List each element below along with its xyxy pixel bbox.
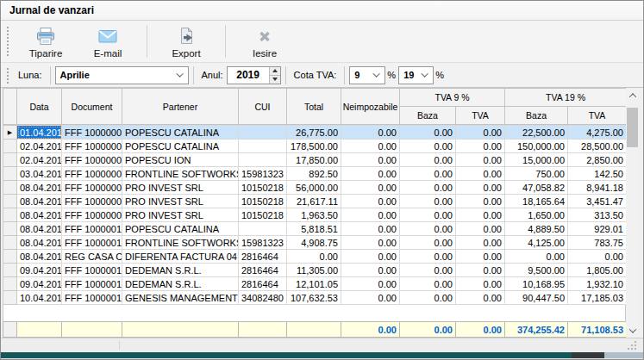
cell-baza19[interactable]: 0.00 [505,250,568,264]
cell-data[interactable]: 08.04.201 [17,195,62,208]
cell-document[interactable]: REG CASA CCI [62,250,122,264]
table-row[interactable]: 03.04.201FFF 10000003FRONTLINE SOFTWORKS… [3,167,627,181]
cell-tva19[interactable]: 313.50 [568,208,627,222]
cell-neimpozabile[interactable]: 0.00 [341,264,400,277]
table-row[interactable]: 08.04.201FFF 10000005PRO INVEST SRL10150… [3,181,627,195]
column-header-cui[interactable]: CUI [239,89,287,125]
cell-tva9[interactable]: 0.00 [456,236,505,250]
toolbar-grip[interactable] [5,25,9,58]
cell-tva9[interactable]: 0.00 [456,167,505,181]
cell-tva19[interactable]: 3,451.47 [568,195,627,208]
cell-tva9[interactable]: 0.00 [456,277,505,291]
cell-document[interactable]: FFF 10000002 [62,153,122,167]
cell-cui[interactable]: 15981323 [239,236,287,250]
scroll-up-button[interactable] [626,88,639,102]
cell-tva9[interactable]: 0.00 [456,291,505,305]
cell-tva19[interactable]: 1,805.00 [568,264,627,277]
column-header-data[interactable]: Data [17,89,62,125]
cell-baza9[interactable]: 0.00 [400,126,456,140]
cell-data[interactable]: 09.04.201 [17,277,62,291]
filterbar-grip[interactable] [5,66,9,84]
anul-spin-down-button[interactable] [270,75,280,84]
cell-baza19[interactable]: 15,000.00 [505,153,568,167]
table-row[interactable]: 02.04.201FFF 10000001POPESCU CATALINA178… [3,140,627,153]
cell-baza19[interactable]: 22,500.00 [505,126,568,140]
cell-total[interactable]: 11,305.00 [287,264,341,277]
cell-neimpozabile[interactable]: 0.00 [341,277,400,291]
cell-tva19[interactable]: 2,850.00 [568,153,627,167]
resize-grip[interactable] [627,340,636,350]
cell-tva19[interactable]: 929.01 [568,222,627,236]
column-header-total[interactable]: Total [287,89,341,125]
cell-data[interactable]: 09.04.201 [17,264,62,277]
cell-baza19[interactable]: 4,125.00 [505,236,568,250]
scroll-down-button[interactable] [626,323,639,338]
cell-neimpozabile[interactable]: 0.00 [341,208,400,222]
cell-tva9[interactable]: 0.00 [456,222,505,236]
cell-tva9[interactable]: 0.00 [456,126,505,140]
row-indicator[interactable] [3,140,17,153]
cell-baza9[interactable]: 0.00 [400,250,456,264]
cell-tva9[interactable]: 0.00 [456,195,505,208]
cell-data[interactable]: 10.04.201 [17,291,62,305]
row-indicator[interactable] [3,291,17,305]
cell-total[interactable]: 4,908.75 [287,236,341,250]
table-row[interactable]: ▶01.04.201FFF 10000000POPESCU CATALINA26… [3,126,627,140]
cell-data[interactable]: 02.04.201 [17,140,62,153]
cell-total[interactable]: 56,000.00 [287,181,341,195]
cell-document[interactable]: FFF 10000010 [62,222,122,236]
cell-document[interactable]: FFF 10000000 [62,126,122,140]
column-header-baza19[interactable]: Baza [505,107,568,125]
cell-cui[interactable]: 10150218 [239,181,287,195]
row-indicator[interactable]: ▶ [3,126,17,140]
anul-spin-up-button[interactable] [270,67,280,75]
cell-document[interactable]: FFF 10000001 [62,140,122,153]
export-button[interactable]: Export [159,22,214,61]
table-row[interactable]: 10.04.201FFF 10000015GENESIS MANAGEMENT3… [3,291,627,305]
cell-cui[interactable] [239,222,287,236]
cell-cui[interactable]: 2816464 [239,264,287,277]
cell-data[interactable]: 08.04.201 [17,236,62,250]
cell-baza9[interactable]: 0.00 [400,195,456,208]
row-indicator[interactable] [3,264,17,277]
email-button[interactable]: E-mail [80,22,135,61]
cell-baza9[interactable]: 0.00 [400,236,456,250]
cell-tva9[interactable]: 0.00 [456,181,505,195]
cell-baza19[interactable]: 90,447.50 [505,291,568,305]
row-indicator[interactable] [3,153,17,167]
cell-total[interactable]: 17,850.00 [287,153,341,167]
column-group-tva19[interactable]: TVA 19 % [505,89,627,107]
cell-total[interactable]: 5,818.51 [287,222,341,236]
cell-baza19[interactable]: 150,000.00 [505,140,568,153]
cell-document[interactable]: FFF 10000011 [62,236,122,250]
cell-partener[interactable]: POPESCU CATALINA [122,140,239,153]
cell-baza9[interactable]: 0.00 [400,264,456,277]
cell-baza9[interactable]: 0.00 [400,167,456,181]
cell-partener[interactable]: PRO INVEST SRL [122,208,239,222]
cell-neimpozabile[interactable]: 0.00 [341,126,400,140]
cell-baza19[interactable]: 10,168.95 [505,277,568,291]
iesire-button[interactable]: Iesire [237,22,292,61]
cell-tva19[interactable]: 142.50 [568,167,627,181]
vertical-scrollbar[interactable] [626,88,639,338]
cell-baza9[interactable]: 0.00 [400,291,456,305]
cell-total[interactable]: 892.50 [287,167,341,181]
cell-partener[interactable]: DEDEMAN S.R.L. [122,277,239,291]
cell-partener[interactable]: FRONTLINE SOFTWORKS [122,167,239,181]
cell-data[interactable]: 01.04.201 [17,126,62,140]
cell-total[interactable]: 1,963.50 [287,208,341,222]
cell-baza9[interactable]: 0.00 [400,140,456,153]
tiparire-button[interactable]: Tiparire [18,22,73,61]
cell-partener[interactable]: PRO INVEST SRL [122,195,239,208]
column-header-tva19[interactable]: TVA [568,107,627,125]
cell-total[interactable]: 26,775.00 [287,126,341,140]
cell-total[interactable]: 178,500.00 [287,140,341,153]
cota-tva-2-combobox[interactable]: 19 [398,66,434,84]
table-row[interactable]: 08.04.201FFF 10000007PRO INVEST SRL10150… [3,195,627,208]
column-header-partener[interactable]: Partener [122,89,239,125]
cell-baza19[interactable]: 47,058.82 [505,181,568,195]
column-header-document[interactable]: Document [62,89,122,125]
row-indicator[interactable] [3,167,17,181]
row-indicator[interactable] [3,250,17,264]
cell-partener[interactable]: DIFERENTA FACTURA 04 [122,250,239,264]
